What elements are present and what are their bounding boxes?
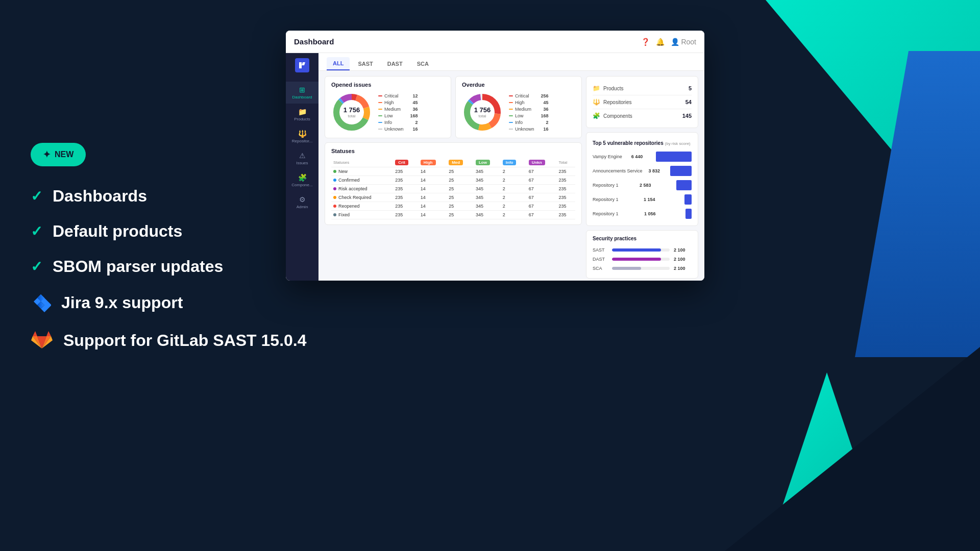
stat-value-components: 145	[682, 113, 692, 119]
sidebar-label-issues: Issues	[296, 161, 308, 165]
products-nav-icon: 📁	[298, 108, 307, 116]
overdue-value-critical: 256	[536, 93, 549, 98]
feature-sbom: ✓ SBOM parser updates	[31, 257, 307, 276]
sidebar-logo	[294, 57, 310, 73]
status-info-cell: 2	[501, 202, 527, 211]
opened-issues-donut: 1 756 total	[331, 92, 372, 133]
donut-label: total	[344, 114, 360, 118]
user-icon[interactable]: 👤 Root	[671, 38, 696, 46]
tab-sca[interactable]: SCA	[411, 58, 435, 70]
tab-dast[interactable]: DAST	[381, 58, 409, 70]
sidebar-item-products[interactable]: 📁 Products	[286, 104, 318, 126]
th-low: Low	[474, 158, 501, 167]
sidebar-item-components[interactable]: 🧩 Compone...	[286, 169, 318, 191]
status-high-cell: 14	[419, 176, 447, 185]
components-nav-icon: 🧩	[298, 173, 307, 182]
help-icon[interactable]: ❓	[641, 38, 650, 46]
repo-name: Repository 1	[593, 197, 619, 202]
repo-bar	[676, 180, 692, 190]
components-icon: 🧩	[593, 112, 600, 119]
feature-dashboards: ✓ Dashboards	[31, 187, 307, 206]
check-icon-3: ✓	[31, 258, 42, 275]
opened-issues-title: Opened issues	[331, 82, 445, 88]
status-name-cell: Check Required	[331, 193, 393, 202]
new-button[interactable]: ✦ NEW	[31, 143, 86, 166]
legend-value-medium: 36	[406, 107, 418, 112]
feature-text-2: Default products	[53, 222, 182, 241]
main-content: ALL SAST DAST SCA Opened issues	[318, 53, 704, 281]
practice-fill-dast	[612, 258, 661, 261]
th-info: Info	[501, 158, 527, 167]
repo-row: Vampy Engine 6 440	[593, 150, 692, 163]
top-repos-subtitle: (by risk score)	[665, 141, 691, 146]
status-low-cell: 345	[474, 202, 501, 211]
statuses-panel: Statuses Statuses Crit High Med Low Info	[325, 142, 582, 225]
sidebar-item-issues[interactable]: ⚠ Issues	[286, 147, 318, 169]
status-info-cell: 2	[501, 185, 527, 193]
repo-name: Repository 1	[593, 183, 619, 188]
top-repos-header: Top 5 vulnerable repositories (by risk s…	[593, 138, 692, 147]
status-crit-cell: 235	[393, 176, 419, 185]
overdue-value-info: 2	[536, 120, 549, 125]
overdue-panel: Overdue	[455, 76, 582, 138]
status-info-cell: 2	[501, 193, 527, 202]
practice-fill-sca	[612, 267, 641, 270]
status-info-cell: 2	[501, 211, 527, 219]
sidebar-item-admin[interactable]: ⚙ Admin	[286, 191, 318, 213]
status-unkn-cell: 67	[527, 211, 557, 219]
stat-label-components: 🧩 Components	[593, 112, 632, 119]
th-med: Med	[447, 158, 474, 167]
status-dot	[333, 205, 336, 208]
tab-sast[interactable]: SAST	[352, 58, 379, 70]
table-row: Fixed 235 14 25 345 2 67 235	[331, 211, 575, 219]
top-repos-panel: Top 5 vulnerable repositories (by risk s…	[586, 132, 698, 226]
left-panels: Opened issues	[325, 76, 582, 279]
overdue-value-high: 45	[536, 100, 549, 105]
practice-label-sca: SCA	[593, 266, 608, 271]
sidebar-label-components: Compone...	[291, 183, 312, 187]
repo-score: 1 056	[644, 211, 656, 216]
feature-text-5: Support for GitLab SAST 15.0.4	[63, 331, 307, 350]
sidebar-item-dashboard[interactable]: ⊞ Dashboard	[286, 82, 318, 104]
window-actions: ❓ 🔔 👤 Root	[641, 38, 696, 46]
status-high-cell: 14	[419, 185, 447, 193]
legend-value-high: 45	[406, 100, 418, 105]
repo-bars-container: Vampy Engine 6 440 Announcements Service…	[593, 150, 692, 220]
status-total-cell: 235	[556, 193, 575, 202]
practice-value-dast: 2 100	[674, 257, 692, 262]
repo-row: Repository 1 1 056	[593, 207, 692, 220]
overdue-legend-critical: Critical 256	[509, 93, 549, 98]
statuses-tbody: New 235 14 25 345 2 67 235 Confirmed 235…	[331, 167, 575, 219]
status-dot	[333, 196, 336, 199]
legend-unknown: Unknown 16	[378, 127, 418, 132]
legend-medium: Medium 36	[378, 107, 418, 112]
overdue-value-unknown: 16	[536, 127, 549, 132]
bell-icon[interactable]: 🔔	[656, 38, 665, 46]
status-med-cell: 25	[447, 176, 474, 185]
tab-all[interactable]: ALL	[327, 57, 350, 70]
table-row: Confirmed 235 14 25 345 2 67 235	[331, 176, 575, 185]
overdue-label-low: Low	[515, 113, 524, 118]
legend-dot-high	[378, 102, 382, 103]
status-low-cell: 345	[474, 193, 501, 202]
legend-dot-info	[378, 122, 382, 123]
sidebar-item-repos[interactable]: 🔱 Repositor...	[286, 126, 318, 147]
legend-dot-low	[378, 115, 382, 116]
stat-value-repositories: 54	[685, 99, 692, 105]
stat-components: 🧩 Components 145	[593, 109, 692, 122]
legend-dash-unknown	[378, 129, 382, 130]
statuses-thead: Statuses Crit High Med Low Info Unkn Tot…	[331, 158, 575, 167]
status-high-cell: 14	[419, 202, 447, 211]
practice-label-dast: DAST	[593, 257, 608, 262]
overdue-legend: Critical 256 High 45	[509, 93, 549, 132]
overdue-dot-high	[509, 102, 513, 103]
tab-bar: ALL SAST DAST SCA	[318, 53, 704, 71]
status-info-cell: 2	[501, 176, 527, 185]
security-practices-panel: Security practices SAST 2 100 DAST	[586, 230, 698, 279]
status-total-cell: 235	[556, 167, 575, 176]
legend-label-unknown: Unknown	[384, 127, 404, 132]
th-statuses: Statuses	[331, 158, 393, 167]
gitlab-icon	[31, 329, 53, 352]
badge-unkn: Unkn	[529, 160, 545, 165]
repo-bar	[684, 194, 692, 205]
